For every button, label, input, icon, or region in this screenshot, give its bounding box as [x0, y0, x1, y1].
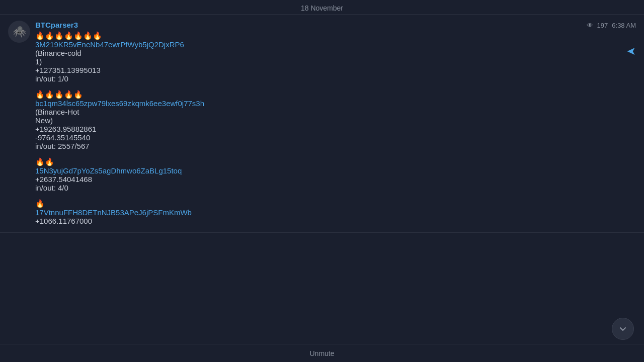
btc-address-3[interactable]: 15N3yujGd7pYoZs5agDhmwo6ZaBLg15toq [35, 166, 636, 175]
date-label: 18 November [301, 4, 343, 12]
btc-block-2: 🔥🔥🔥🔥🔥 bc1qm34lsc65zpw79lxes69zkqmk6ee3ew… [35, 90, 636, 150]
date-header: 18 November [0, 0, 644, 15]
inout-2: in/out: 2557/567 [35, 142, 636, 150]
bottom-bar[interactable]: Unmute [0, 344, 644, 362]
message-meta: 👁 197 6:38 AM [587, 22, 636, 29]
view-count: 197 [597, 22, 608, 29]
eye-icon: 👁 [587, 22, 593, 29]
avatar-icon: 🕷️ [13, 25, 26, 38]
fire-emojis-2: 🔥🔥🔥🔥🔥 [35, 90, 636, 99]
bottom-bar-label: Unmute [309, 349, 334, 357]
amount-3: +2637.54041468 [35, 175, 636, 184]
btc-block-3: 🔥🔥 15N3yujGd7pYoZs5agDhmwo6ZaBLg15toq +2… [35, 157, 636, 192]
btc-address-4[interactable]: 17VtnnuFFH8DETnNJB53APeJ6jPSFmKmWb [35, 208, 636, 217]
btc-block-4: 🔥 17VtnnuFFH8DETnNJB53APeJ6jPSFmKmWb +10… [35, 199, 636, 225]
btc-address-1[interactable]: 3M219KR5vEneNb47ewrPfWyb5jQ2DjxRP6 [35, 40, 636, 49]
avatar: 🕷️ [8, 21, 30, 43]
sender-name: BTCparser3 [35, 21, 636, 29]
label-2: (Binance-Hot [35, 108, 636, 116]
message-container: 🕷️ BTCparser3 🔥🔥🔥🔥🔥🔥🔥 3M219KR5vEneNb47ew… [0, 15, 644, 232]
label-2b: New) [35, 116, 636, 125]
amount-2b: -9764.35145540 [35, 133, 636, 142]
inout-1: in/out: 1/0 [35, 74, 636, 83]
amount-4: +1066.11767000 [35, 217, 636, 225]
amount-1: +127351.13995013 [35, 66, 636, 74]
fire-emojis-3: 🔥🔥 [35, 157, 636, 166]
label-1b: 1) [35, 57, 636, 66]
btc-address-2[interactable]: bc1qm34lsc65zpw79lxes69zkqmk6ee3ewf0j77s… [35, 99, 636, 108]
forward-button[interactable]: ➤ [627, 45, 636, 58]
fire-emojis-1: 🔥🔥🔥🔥🔥🔥🔥 [35, 31, 636, 40]
message-time: 6:38 AM [612, 22, 636, 29]
fire-emojis-4: 🔥 [35, 199, 636, 208]
inout-3: in/out: 4/0 [35, 184, 636, 192]
amount-2a: +19263.95882861 [35, 125, 636, 133]
scroll-to-bottom-button[interactable] [612, 318, 634, 340]
label-1: (Binance-cold [35, 49, 636, 57]
message-body: BTCparser3 🔥🔥🔥🔥🔥🔥🔥 3M219KR5vEneNb47ewrPf… [35, 21, 636, 228]
bottom-divider [0, 232, 644, 233]
btc-block-1: 🔥🔥🔥🔥🔥🔥🔥 3M219KR5vEneNb47ewrPfWyb5jQ2DjxR… [35, 31, 636, 83]
